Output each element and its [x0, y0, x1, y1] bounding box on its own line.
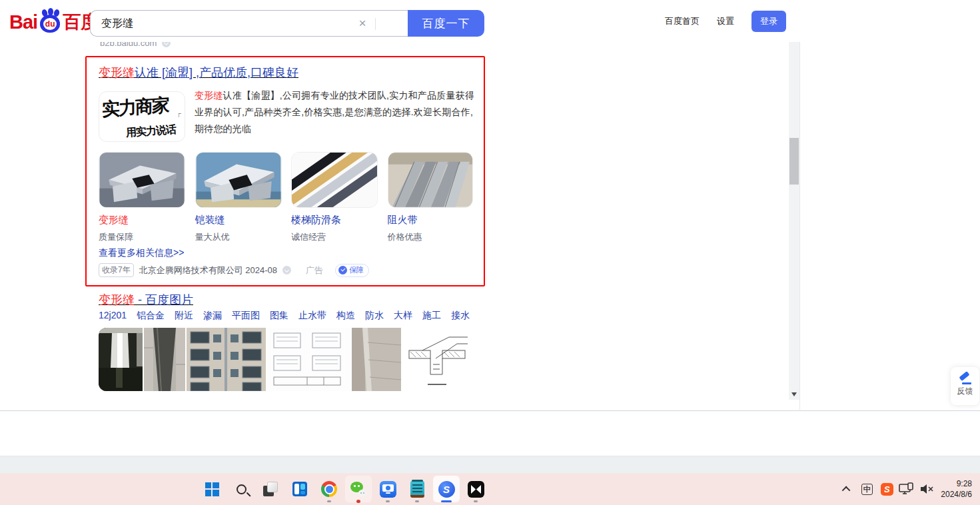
desktop-screen: b2b.baidu.com Bai du 百度 × 百度一下 [0, 0, 980, 505]
ad-thumbnail-calligraphy[interactable]: 实力商家 用实力说话 「 [99, 91, 185, 142]
tag-link[interactable]: 铝合金 [137, 310, 165, 322]
tag-link[interactable]: 平面图 [232, 310, 260, 322]
scrollbar-thumb[interactable] [789, 138, 799, 185]
result-image-floor-joint[interactable] [144, 328, 185, 391]
widgets-icon[interactable] [285, 474, 314, 504]
product-image-expansion-joint [99, 152, 185, 208]
ad-label: 广告 [306, 264, 323, 276]
chrome-icon[interactable] [314, 474, 344, 504]
scroll-down-arrow[interactable] [791, 392, 797, 396]
result-image-facade-joint[interactable] [187, 328, 266, 391]
taskbar-clock[interactable]: 9:28 2024/8/6 [937, 478, 980, 500]
ad-description: 变形缝认准【渝盟】,公司拥有专业的技术团队,实力和产品质量获得业界的认可,产品种… [195, 87, 474, 137]
product-card-bianxingfeng[interactable]: 变形缝 质量保障 [99, 152, 185, 243]
result-image-garage-joint[interactable] [99, 328, 143, 391]
search-input-box: × [90, 10, 408, 37]
wechat-icon[interactable] [344, 474, 373, 504]
product-link[interactable]: 楼梯防滑条 [291, 214, 378, 227]
tag-link[interactable]: 附近 [175, 310, 193, 322]
result-image-joint-diagram[interactable] [402, 328, 471, 391]
desktop-area-gray [0, 456, 980, 473]
tag-link[interactable]: 防水 [365, 310, 384, 322]
header-nav: 百度首页 设置 登录 [665, 0, 786, 42]
image-tags-row: 12j201 铝合金 附近 渗漏 平面图 图集 止水带 构造 防水 大样 施工 … [99, 310, 470, 322]
product-image-armored-joint [195, 152, 282, 208]
volume-muted-icon[interactable] [917, 477, 937, 501]
task-view-icon[interactable] [256, 474, 285, 504]
baidu-logo[interactable]: Bai du 百度 [9, 9, 99, 33]
page-scrollbar[interactable] [789, 0, 799, 400]
clear-search-icon[interactable]: × [356, 17, 369, 30]
advertiser-name: 北京企腾网络技术有限公司 2024-08 [139, 264, 277, 276]
windows-start-button[interactable] [197, 474, 227, 504]
search-divider [375, 18, 376, 30]
tag-link[interactable]: 12j201 [99, 310, 127, 322]
product-link[interactable]: 铠装缝 [195, 214, 282, 227]
login-button[interactable]: 登录 [751, 11, 786, 32]
feedback-button[interactable]: 反馈 [951, 367, 979, 405]
check-icon [338, 266, 347, 274]
tag-link[interactable]: 渗漏 [203, 310, 222, 322]
pc-manager-icon[interactable] [373, 474, 402, 504]
browser-viewport: b2b.baidu.com Bai du 百度 × 百度一下 [0, 0, 980, 411]
clock-time: 9:28 [941, 478, 972, 489]
tag-link[interactable]: 大样 [394, 310, 412, 322]
tag-link[interactable]: 止水带 [298, 310, 326, 322]
indexed-age-badge: 收录7年 [99, 263, 134, 277]
product-image-stair-strips [291, 152, 378, 208]
search-input[interactable] [101, 11, 348, 35]
ad-result-title[interactable]: 变形缝认准 [渝盟] ,产品优质,口碑良好 [99, 65, 298, 81]
tag-link[interactable]: 接水 [451, 310, 470, 322]
product-card-stair-nosing[interactable]: 楼梯防滑条 诚信经营 [291, 152, 378, 243]
windows-taskbar: S 中 S 9:28 2024/8/6 [0, 473, 980, 505]
chevron-down-icon[interactable] [282, 266, 291, 274]
search-button[interactable]: 百度一下 [408, 10, 484, 37]
capcut-icon[interactable] [461, 474, 490, 504]
nav-baidu-home[interactable]: 百度首页 [665, 15, 700, 27]
image-results-strip [99, 328, 471, 391]
result-image-technical-drawing[interactable] [267, 328, 350, 391]
system-tray: 中 S 9:28 2024/8/6 [837, 473, 980, 505]
product-link[interactable]: 变形缝 [99, 214, 185, 227]
images-result-title[interactable]: 变形缝 - 百度图片 [99, 292, 193, 308]
taskbar-search-icon[interactable] [227, 474, 256, 504]
search-header: Bai du 百度 × 百度一下 百度首页 设置 登录 [0, 0, 980, 42]
tag-link[interactable]: 图集 [270, 310, 288, 322]
see-more-link[interactable]: 查看更多相关信息>> [99, 247, 184, 259]
sogou-browser-icon[interactable]: S [432, 474, 461, 504]
product-link[interactable]: 阻火带 [388, 214, 473, 227]
pencil-icon [959, 372, 972, 384]
clock-date: 2024/8/6 [941, 489, 972, 500]
ad-product-cards: 变形缝 质量保障 铠装缝 量大从优 楼梯防滑条 诚信经营 [99, 152, 473, 243]
tray-expand-chevron-icon[interactable] [837, 477, 857, 501]
ad-footer: 收录7年 北京企腾网络技术有限公司 2024-08 广告 保障 [99, 263, 369, 277]
nav-settings[interactable]: 设置 [717, 15, 734, 27]
product-card-fire-belt[interactable]: 阻火带 价格优惠 [388, 152, 473, 243]
cast-display-icon[interactable] [897, 477, 917, 501]
baidu-paw-icon: du [38, 9, 62, 33]
window-edge-divider [799, 0, 800, 411]
desktop-area-white [0, 412, 980, 456]
sogou-tray-icon[interactable]: S [877, 477, 897, 501]
ime-indicator-icon[interactable]: 中 [857, 477, 877, 501]
product-card-kaizhuangfeng[interactable]: 铠装缝 量大从优 [195, 152, 282, 243]
product-image-fire-belt [388, 152, 473, 208]
guarantee-badge[interactable]: 保障 [335, 264, 369, 277]
logo-bai-text: Bai [9, 11, 37, 33]
result-image-wall-joint[interactable] [352, 328, 401, 391]
tag-link[interactable]: 施工 [422, 310, 441, 322]
tag-link[interactable]: 构造 [336, 310, 355, 322]
taskbar-apps: S [197, 474, 490, 504]
notepad-icon[interactable] [402, 474, 432, 504]
